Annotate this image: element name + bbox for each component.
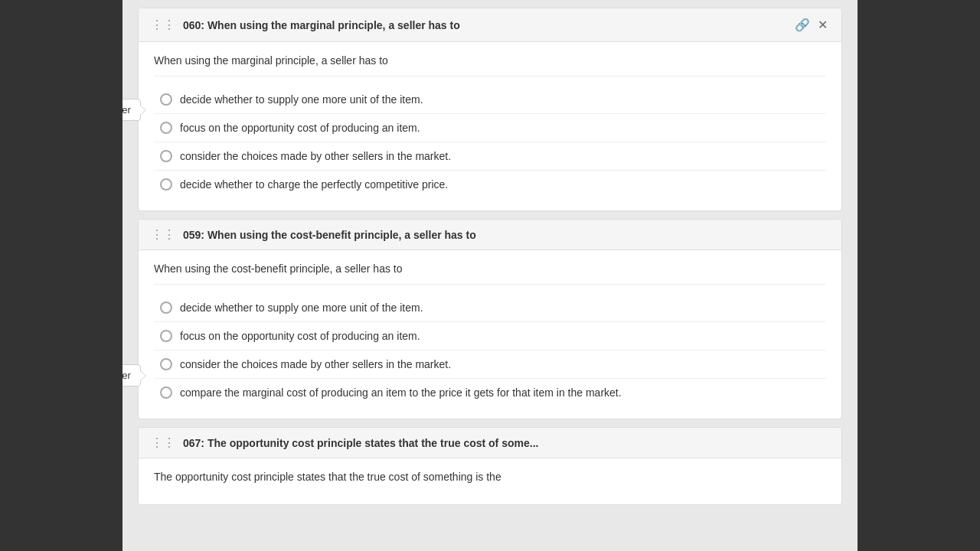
radio-060-0[interactable] xyxy=(160,93,172,106)
answer-text-059-2: consider the choices made by other selle… xyxy=(180,358,451,370)
radio-060-1[interactable] xyxy=(160,122,172,134)
question-title-059: 059: When using the cost-benefit princip… xyxy=(183,229,829,241)
correct-answer-badge-060[interactable]: Correct Answer xyxy=(122,99,141,121)
answer-text-059-3: compare the marginal cost of producing a… xyxy=(180,386,622,399)
question-title-067: 067: The opportunity cost principle stat… xyxy=(183,437,829,449)
question-card-060: Correct Answer ⋮⋮ 060: When using the ma… xyxy=(138,8,842,211)
drag-handle-059[interactable]: ⋮⋮ xyxy=(151,227,175,242)
drag-handle-067[interactable]: ⋮⋮ xyxy=(151,435,175,450)
question-body-067: The opportunity cost principle states th… xyxy=(139,458,841,504)
answer-option-060-0[interactable]: decide whether to supply one more unit o… xyxy=(154,86,826,114)
question-header-059: ⋮⋮ 059: When using the cost-benefit prin… xyxy=(139,220,841,250)
question-text-067: The opportunity cost principle states th… xyxy=(154,471,826,483)
radio-059-1[interactable] xyxy=(160,330,172,342)
answer-option-059-3[interactable]: compare the marginal cost of producing a… xyxy=(154,379,826,406)
question-body-059: When using the cost-benefit principle, a… xyxy=(139,250,841,419)
answer-text-059-1: focus on the opportunity cost of produci… xyxy=(180,330,420,342)
drag-handle-060[interactable]: ⋮⋮ xyxy=(151,18,175,32)
radio-059-0[interactable] xyxy=(160,302,172,314)
side-panel-left xyxy=(0,0,122,551)
question-text-059: When using the cost-benefit principle, a… xyxy=(154,262,826,285)
question-card-059: Correct Answer ⋮⋮ 059: When using the co… xyxy=(138,219,842,419)
radio-060-2[interactable] xyxy=(160,150,172,162)
answer-text-060-2: consider the choices made by other selle… xyxy=(180,150,451,162)
answer-option-059-0[interactable]: decide whether to supply one more unit o… xyxy=(154,294,826,322)
answer-option-059-1[interactable]: focus on the opportunity cost of produci… xyxy=(154,322,826,350)
radio-059-2[interactable] xyxy=(160,358,172,370)
radio-060-3[interactable] xyxy=(160,178,172,191)
question-title-060: 060: When using the marginal principle, … xyxy=(183,19,786,31)
question-header-067: ⋮⋮ 067: The opportunity cost principle s… xyxy=(139,428,841,458)
question-header-060: ⋮⋮ 060: When using the marginal principl… xyxy=(139,8,841,42)
main-area: Correct Answer ⋮⋮ 060: When using the ma… xyxy=(122,0,858,551)
answer-text-060-0: decide whether to supply one more unit o… xyxy=(180,93,423,106)
header-icons-060: 🔗 ✕ xyxy=(793,16,829,34)
answer-option-060-3[interactable]: decide whether to charge the perfectly c… xyxy=(154,171,826,198)
answer-option-060-2[interactable]: consider the choices made by other selle… xyxy=(154,142,826,171)
answer-option-060-1[interactable]: focus on the opportunity cost of produci… xyxy=(154,114,826,142)
answer-text-060-1: focus on the opportunity cost of produci… xyxy=(180,122,420,134)
close-icon-060[interactable]: ✕ xyxy=(816,16,829,34)
question-card-067: ⋮⋮ 067: The opportunity cost principle s… xyxy=(138,427,842,505)
side-panel-right xyxy=(858,0,980,551)
correct-answer-badge-059[interactable]: Correct Answer xyxy=(122,364,141,386)
answer-option-059-2[interactable]: consider the choices made by other selle… xyxy=(154,350,826,379)
answer-text-059-0: decide whether to supply one more unit o… xyxy=(180,302,423,314)
answer-text-060-3: decide whether to charge the perfectly c… xyxy=(180,178,448,191)
question-body-060: When using the marginal principle, a sel… xyxy=(139,42,841,210)
radio-059-3[interactable] xyxy=(160,386,172,399)
paperclip-icon-060[interactable]: 🔗 xyxy=(793,16,812,34)
question-text-060: When using the marginal principle, a sel… xyxy=(154,54,826,77)
